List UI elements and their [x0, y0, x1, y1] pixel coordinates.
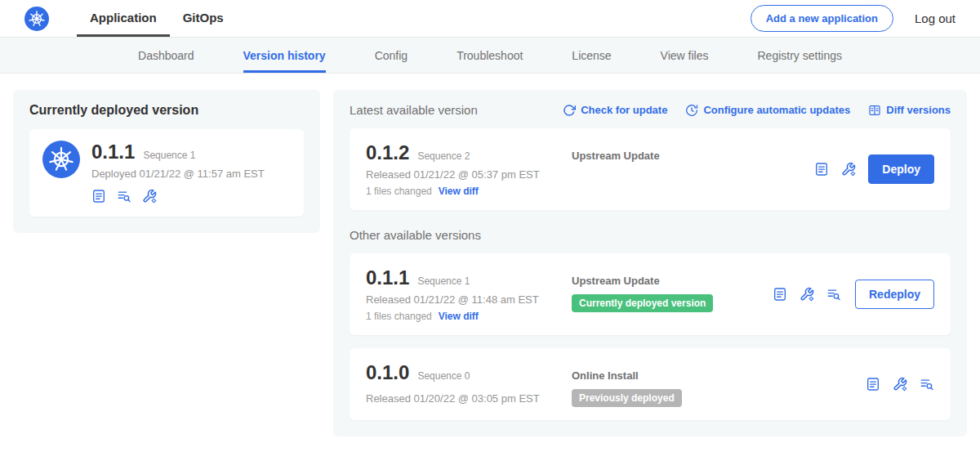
edit-config-icon[interactable]: [800, 287, 814, 302]
version-row-0-1-1: 0.1.1 Sequence 1 Released 01/21/22 @ 11:…: [350, 253, 951, 335]
version-source-label: Online Install: [572, 369, 866, 382]
redeploy-button[interactable]: Redeploy: [855, 280, 934, 309]
subnav-item-config[interactable]: Config: [375, 38, 408, 73]
deployed-timestamp: Deployed 01/21/22 @ 11:57 am EST: [91, 168, 265, 180]
tab-application[interactable]: Application: [77, 0, 170, 37]
view-diff-link[interactable]: View diff: [439, 186, 479, 197]
subnav-item-troubleshoot[interactable]: Troubleshoot: [457, 38, 523, 73]
diff-versions-label: Diff versions: [886, 104, 951, 116]
version-row-0-1-2: 0.1.2 Sequence 2 Released 01/21/22 @ 05:…: [350, 128, 951, 210]
release-notes-icon[interactable]: [91, 189, 106, 204]
sequence-label: Sequence 2: [417, 150, 470, 162]
diff-icon[interactable]: [920, 377, 934, 392]
tab-gitops[interactable]: GitOps: [170, 0, 237, 37]
deployed-sequence-label: Sequence 1: [143, 150, 195, 161]
release-notes-icon[interactable]: [866, 377, 880, 392]
version-history-panel: Latest available version Check for updat…: [333, 90, 967, 436]
check-for-update-button[interactable]: Check for update: [563, 104, 667, 117]
subnav-item-license[interactable]: License: [572, 38, 611, 73]
topbar-spacer: [237, 0, 751, 37]
main-content: Currently deployed version 0.1.1 Sequenc…: [0, 74, 980, 453]
files-changed-label: 1 files changed: [366, 311, 432, 322]
refresh-icon: [563, 104, 576, 117]
deployed-version-info: 0.1.1 Sequence 1 Deployed 01/21/22 @ 11:…: [91, 141, 265, 204]
diff-icon[interactable]: [826, 287, 841, 302]
edit-config-icon[interactable]: [841, 162, 856, 177]
configure-automatic-updates-label: Configure automatic updates: [703, 104, 850, 116]
version-number: 0.1.0: [366, 361, 409, 384]
tab-application-label: Application: [90, 11, 157, 25]
sequence-label: Sequence 0: [417, 370, 470, 382]
latest-available-title: Latest available version: [350, 103, 478, 117]
deployed-version-card: 0.1.1 Sequence 1 Deployed 01/21/22 @ 11:…: [29, 129, 304, 217]
deploy-button[interactable]: Deploy: [868, 154, 934, 184]
version-source-label: Upstream Update: [572, 150, 814, 162]
files-changed-label: 1 files changed: [366, 186, 432, 197]
released-timestamp: Released 01/21/22 @ 05:37 pm EST: [366, 168, 572, 181]
top-navbar: Application GitOps Add a new application…: [0, 0, 980, 38]
kubernetes-logo-icon: [24, 7, 49, 31]
currently-deployed-panel: Currently deployed version 0.1.1 Sequenc…: [13, 90, 320, 233]
logout-link[interactable]: Log out: [915, 11, 956, 25]
version-number: 0.1.2: [366, 141, 409, 164]
deployed-panel-title: Currently deployed version: [29, 103, 304, 118]
configure-automatic-updates-button[interactable]: Configure automatic updates: [685, 104, 850, 117]
diff-versions-button[interactable]: Diff versions: [868, 104, 951, 117]
view-diff-link[interactable]: View diff: [439, 311, 479, 322]
edit-config-icon[interactable]: [893, 377, 907, 392]
subnav-item-view-files[interactable]: View files: [661, 38, 709, 73]
released-timestamp: Released 01/21/22 @ 11:48 am EST: [366, 293, 572, 306]
clock-icon: [685, 104, 698, 117]
tab-gitops-label: GitOps: [183, 11, 224, 25]
app-kubernetes-icon: [42, 141, 80, 178]
subnav-item-version-history[interactable]: Version history: [243, 38, 326, 73]
release-notes-icon[interactable]: [814, 162, 829, 177]
previously-deployed-badge: Previously deployed: [572, 389, 682, 407]
subnav-item-registry-settings[interactable]: Registry settings: [758, 38, 842, 73]
version-source-label: Upstream Update: [572, 275, 773, 287]
released-timestamp: Released 01/20/22 @ 03:05 pm EST: [366, 392, 572, 405]
other-available-title: Other available versions: [350, 228, 951, 242]
sequence-label: Sequence 1: [417, 275, 470, 287]
app-subnav: Dashboard Version history Config Trouble…: [0, 38, 980, 74]
version-row-0-1-0: 0.1.0 Sequence 0 Released 01/20/22 @ 03:…: [350, 348, 951, 420]
diff-icon[interactable]: [117, 189, 131, 204]
edit-config-icon[interactable]: [142, 189, 157, 204]
add-application-button[interactable]: Add a new application: [751, 5, 893, 32]
check-for-update-label: Check for update: [581, 104, 667, 116]
version-number: 0.1.1: [366, 266, 409, 289]
top-tabs: Application GitOps: [77, 0, 237, 37]
subnav-item-dashboard[interactable]: Dashboard: [138, 38, 194, 73]
currently-deployed-badge: Currently deployed version: [572, 294, 713, 312]
deployed-version-number: 0.1.1: [91, 141, 135, 163]
release-notes-icon[interactable]: [773, 287, 787, 302]
columns-icon: [868, 104, 881, 117]
